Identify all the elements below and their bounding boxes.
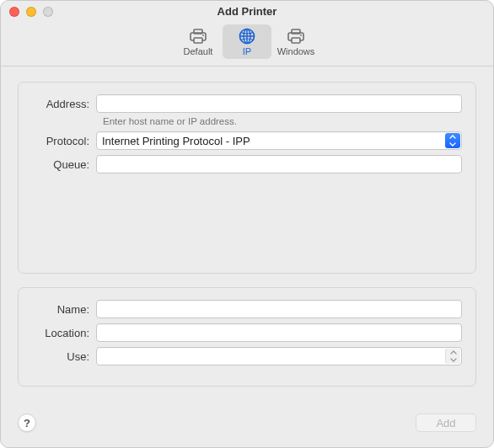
minimize-window-button[interactable] <box>26 7 36 17</box>
footer: ? Add <box>1 398 493 447</box>
details-panel: Name: Location: Use: <box>18 287 476 387</box>
updown-chevron-icon <box>445 349 460 364</box>
segment-ip[interactable]: IP <box>223 24 271 59</box>
protocol-value: Internet Printing Protocol - IPP <box>102 135 250 147</box>
add-printer-window: Add Printer Default <box>0 0 494 448</box>
svg-rect-8 <box>292 29 300 34</box>
window-title: Add Printer <box>217 5 277 18</box>
printer-icon <box>285 27 307 45</box>
toolbar: Default IP <box>1 23 493 67</box>
maximize-window-button <box>43 7 53 17</box>
connection-panel: Address: Enter host name or IP address. … <box>18 82 476 274</box>
printer-type-segmented-control: Default IP <box>174 24 320 59</box>
svg-point-9 <box>300 35 302 36</box>
name-label: Name: <box>32 303 96 316</box>
titlebar: Add Printer <box>1 1 493 23</box>
add-button: Add <box>416 413 476 432</box>
printer-icon <box>187 27 209 45</box>
address-hint: Enter host name or IP address. <box>103 116 462 126</box>
queue-label: Queue: <box>32 158 96 171</box>
use-select[interactable] <box>96 347 462 365</box>
location-label: Location: <box>32 327 96 339</box>
globe-icon <box>236 27 258 45</box>
svg-point-3 <box>202 35 204 36</box>
add-button-label: Add <box>436 417 455 429</box>
segment-windows[interactable]: Windows <box>271 24 320 59</box>
segment-label: Default <box>184 46 213 56</box>
address-input[interactable] <box>96 94 462 113</box>
close-window-button[interactable] <box>9 7 19 17</box>
address-label: Address: <box>32 98 96 110</box>
content-area: Address: Enter host name or IP address. … <box>1 67 493 398</box>
queue-input[interactable] <box>96 155 462 173</box>
traffic-lights <box>9 7 53 17</box>
protocol-label: Protocol: <box>32 135 96 147</box>
help-icon: ? <box>24 417 30 429</box>
segment-label: Windows <box>277 46 315 56</box>
svg-rect-7 <box>292 38 300 43</box>
name-input[interactable] <box>96 300 462 318</box>
use-label: Use: <box>32 350 96 363</box>
segment-label: IP <box>243 46 251 56</box>
location-input[interactable] <box>96 323 462 342</box>
updown-chevron-icon <box>445 133 460 148</box>
help-button[interactable]: ? <box>18 413 36 432</box>
segment-default[interactable]: Default <box>174 24 223 59</box>
svg-rect-1 <box>194 38 202 43</box>
svg-rect-2 <box>194 29 202 34</box>
protocol-select[interactable]: Internet Printing Protocol - IPP <box>96 131 462 150</box>
